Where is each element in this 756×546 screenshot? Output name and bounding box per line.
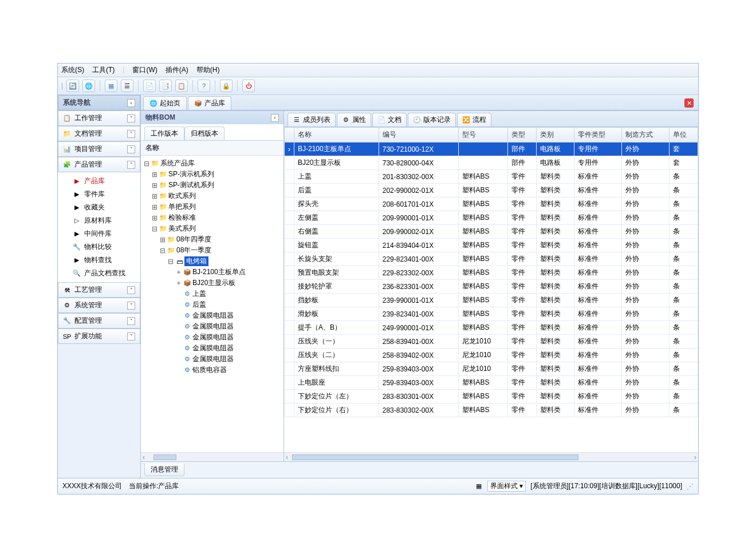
tb-globe[interactable]: 🌐 <box>82 80 95 92</box>
sidebar-item-1[interactable]: ▶零件库 <box>70 188 140 201</box>
tree-node[interactable]: ⊟📁08年一季度 <box>143 245 281 256</box>
table-row[interactable]: 上电眼座259-839403-00X塑料ABS零件塑料类标准件外协条 <box>285 376 698 390</box>
gtab-members[interactable]: ☰成员列表 <box>288 113 336 126</box>
table-row[interactable]: 右侧盖209-990002-01X塑料ABS零件塑料类标准件外协条 <box>285 225 698 239</box>
style-dropdown[interactable]: 界面样式 ▾ <box>487 481 526 492</box>
resize-grip[interactable]: ⋰ <box>687 482 694 490</box>
tb-help[interactable]: ? <box>198 80 210 92</box>
table-row[interactable]: 旋钮盖214-839404-01X塑料ABS零件塑料类标准件外协条 <box>285 239 698 252</box>
sidebar-item-2[interactable]: ▶收藏夹 <box>70 201 140 214</box>
tree-node[interactable]: ⊟📁美式系列 <box>143 223 281 234</box>
col-header-5[interactable]: 零件类型 <box>574 128 622 143</box>
sidebar-collapse[interactable]: ‹ <box>127 99 135 107</box>
tree-node[interactable]: ⊞📁SP-演示机系列 <box>143 169 281 180</box>
tb-list[interactable]: ☰ <box>121 80 133 92</box>
table-row[interactable]: 左侧盖209-990001-01X塑料ABS零件塑料类标准件外协条 <box>285 211 698 225</box>
table-row[interactable]: 挡妙板239-990001-01X塑料ABS零件塑料类标准件外协条 <box>285 294 698 307</box>
sidebar-group-5[interactable]: ⚙系统管理˅ <box>58 298 140 313</box>
tb-doc3[interactable]: 📋 <box>175 80 188 92</box>
tree-node[interactable]: ⚙铝质电容器 <box>143 365 281 375</box>
sidebar-item-4[interactable]: ▶中间件库 <box>70 227 140 240</box>
table-row[interactable]: 方座塑料线扣259-839403-00X尼龙1010零件塑料类标准件外协条 <box>285 362 698 376</box>
btab-messages[interactable]: 消息管理 <box>144 464 184 476</box>
sidebar-item-6[interactable]: ▶物料查找 <box>70 254 140 267</box>
menu-tools[interactable]: 工具(T) <box>92 65 115 75</box>
tb-doc1[interactable]: 📄 <box>143 80 156 92</box>
tree-hscroll[interactable]: ‹ <box>141 452 284 461</box>
table-row[interactable]: 压线夹（二）258-839402-00X尼龙1010零件塑料类标准件外协条 <box>285 349 698 362</box>
table-row[interactable]: 上盖201-830302-00X塑料ABS零件塑料类标准件外协条 <box>285 170 698 184</box>
data-grid[interactable]: 名称编号型号类型类别零件类型制造方式单位 ›BJ-2100主板单点730-721… <box>284 127 698 417</box>
gtab-versions[interactable]: 🕘版本记录 <box>408 113 456 126</box>
col-header-7[interactable]: 单位 <box>669 128 698 143</box>
col-header-6[interactable]: 制造方式 <box>622 128 670 143</box>
table-row[interactable]: 探头壳208-601701-01X塑料ABS零件塑料类标准件外协条 <box>285 197 698 211</box>
tree-node[interactable]: ⊞📁SP-测试机系列 <box>143 180 281 191</box>
tree-node[interactable]: +📦BJ20主显示板 <box>143 278 281 288</box>
menu-plugin[interactable]: 插件(A) <box>166 65 188 75</box>
tree-node[interactable]: ⚙金属膜电阻器 <box>143 332 281 343</box>
gtab-docs[interactable]: 📄文档 <box>372 113 407 126</box>
tree-node[interactable]: ⚙金属膜电阻器 <box>143 321 281 332</box>
tab-start[interactable]: 🌐起始页 <box>143 96 187 110</box>
table-row[interactable]: 长旋头支架229-823401-00X塑料ABS零件塑料类标准件外协条 <box>285 252 698 266</box>
cell: 塑料类 <box>537 335 574 349</box>
tree-node[interactable]: ⚙金属膜电阻器 <box>143 310 281 321</box>
col-header-0[interactable]: 名称 <box>294 128 379 143</box>
tree-collapse[interactable]: ‹ <box>271 114 279 122</box>
sidebar-group-7[interactable]: SP扩展功能˅ <box>58 329 140 344</box>
cell: 塑料ABS <box>458 307 507 321</box>
sidebar-group-0[interactable]: 📋工作管理˅ <box>58 110 140 126</box>
tree-node[interactable]: ⚙后盖 <box>143 299 281 310</box>
sidebar-item-7[interactable]: 🔍产品文档查找 <box>70 267 140 280</box>
table-row[interactable]: 滑妙板239-823401-00X塑料ABS零件塑料类标准件外协条 <box>285 307 698 321</box>
sidebar-group-2[interactable]: 📊项目管理˅ <box>58 141 140 157</box>
tree-node[interactable]: ⚙上盖 <box>143 288 281 299</box>
tree-node[interactable]: ⊞📁08年四季度 <box>143 234 281 245</box>
gtab-process[interactable]: 🔀流程 <box>457 113 491 126</box>
sidebar-group-6[interactable]: 🔧配置管理˅ <box>58 313 140 329</box>
menu-help[interactable]: 帮助(H) <box>196 65 220 75</box>
col-header-2[interactable]: 型号 <box>458 128 507 143</box>
tab-close[interactable]: ✕ <box>684 98 694 108</box>
sidebar-item-0[interactable]: ▶产品库 <box>70 175 140 188</box>
table-row[interactable]: 压线夹（一）258-839401-00X尼龙1010零件塑料类标准件外协条 <box>285 335 698 349</box>
sidebar-item-3[interactable]: ▷原材料库 <box>70 214 140 227</box>
tree-tab-archive[interactable]: 归档版本 <box>184 126 225 140</box>
sidebar-group-4[interactable]: 🛠工艺管理˅ <box>58 282 140 298</box>
menu-system[interactable]: 系统(S) <box>61 65 84 75</box>
cell: 外协 <box>622 252 670 266</box>
sidebar-group-3[interactable]: 🧩产品管理˄ <box>58 157 140 172</box>
tree-node[interactable]: ⚙金属膜电阻器 <box>143 354 281 365</box>
table-row[interactable]: BJ20主显示板730-828000-04X部件电路板专用件外协套 <box>285 156 698 170</box>
tree-node[interactable]: ⚙金属膜电阻器 <box>143 343 281 354</box>
sidebar-item-5[interactable]: 🔧物料比较 <box>70 240 140 254</box>
grid-hscroll[interactable]: ‹› <box>284 452 698 461</box>
tb-lock[interactable]: 🔒 <box>220 80 233 92</box>
tb-doc2[interactable]: 📑 <box>159 80 172 92</box>
table-row[interactable]: ›BJ-2100主板单点730-721000-12X部件电路板专用件外协套 <box>285 143 698 156</box>
tb-refresh[interactable]: 🔄 <box>66 80 79 92</box>
col-header-1[interactable]: 编号 <box>379 128 458 143</box>
tree-node[interactable]: ⊟📁系统产品库 <box>143 158 281 169</box>
sidebar-group-1[interactable]: 📁文档管理˅ <box>58 126 140 141</box>
table-row[interactable]: 下妙定位片（右）283-830302-00X塑料ABS零件塑料类标准件外协条 <box>285 403 698 417</box>
tab-product[interactable]: 📦产品库 <box>188 96 231 110</box>
tree-node[interactable]: ⊞📁单把系列 <box>143 201 281 212</box>
tree-tab-work[interactable]: 工作版本 <box>144 126 184 140</box>
col-header-4[interactable]: 类别 <box>537 128 574 143</box>
tree-node[interactable]: ⊞📁检验标准 <box>143 212 281 223</box>
menu-window[interactable]: 窗口(W) <box>132 65 157 75</box>
tb-window[interactable]: ▦ <box>105 80 117 92</box>
tree-node[interactable]: ⊞📁欧式系列 <box>143 191 281 201</box>
gtab-props[interactable]: ⚙属性 <box>337 113 371 126</box>
tree-node[interactable]: ⊟🗃电烤箱 <box>143 256 281 267</box>
table-row[interactable]: 提手（A、B）249-990001-01X塑料ABS零件塑料类标准件外协条 <box>285 321 698 335</box>
table-row[interactable]: 接妙轮护罩236-823301-00X塑料ABS零件塑料类标准件外协条 <box>285 280 698 294</box>
table-row[interactable]: 后盖202-990002-01X塑料ABS零件塑料类标准件外协条 <box>285 184 698 197</box>
table-row[interactable]: 下妙定位片（左）283-830301-00X塑料ABS零件塑料类标准件外协条 <box>285 390 698 403</box>
tree-node[interactable]: +📦BJ-2100主板单点 <box>143 267 281 278</box>
table-row[interactable]: 预置电眼支架229-823302-00X塑料ABS零件塑料类标准件外协条 <box>285 266 698 280</box>
col-header-3[interactable]: 类型 <box>507 128 536 143</box>
tb-power[interactable]: ⏻ <box>242 80 255 92</box>
